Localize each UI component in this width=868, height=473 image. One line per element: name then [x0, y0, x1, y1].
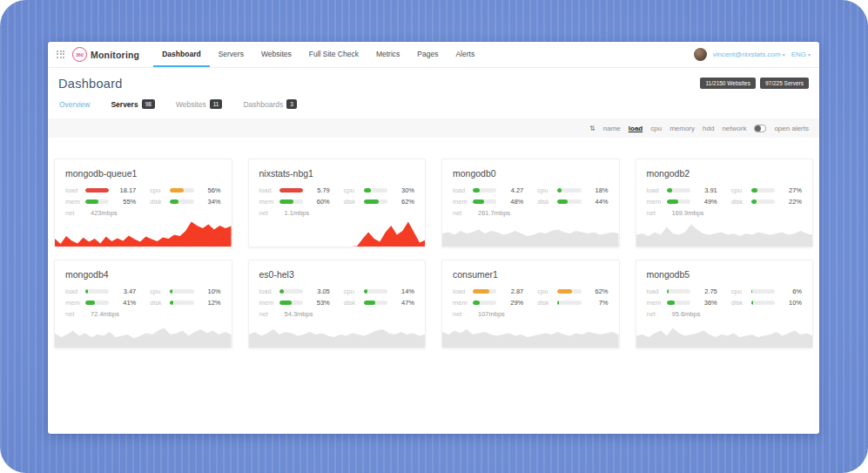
metric-value: 62% [392, 198, 414, 206]
nav-item-full-site-check[interactable]: Full Site Check [300, 42, 367, 67]
avatar[interactable] [694, 48, 707, 61]
metric-row-disk: disk 44% [537, 196, 608, 207]
metric-bar-fill [473, 301, 480, 305]
metric-label: disk [150, 198, 165, 206]
metric-row-load: load 3.91 [647, 185, 717, 196]
nav-item-metrics[interactable]: Metrics [367, 42, 408, 67]
server-name: nixstats-nbg1 [249, 159, 426, 185]
sort-option-load[interactable]: load [629, 125, 643, 132]
metric-bar-fill [364, 199, 379, 204]
servers-count-badge: 97/225 Servers [760, 78, 809, 89]
nav-right: vincent@nixstats.com ▾ ENG ▾ [694, 48, 811, 61]
metric-bar [170, 301, 193, 305]
tab-servers[interactable]: Servers 98 [111, 99, 154, 109]
metric-row-disk: disk 62% [344, 196, 414, 207]
metric-label: disk [344, 198, 360, 206]
server-card[interactable]: mongodb2 load 3.91 mem 49% net 169.9mbps… [636, 159, 814, 247]
metric-row-cpu: cpu 56% [150, 185, 220, 196]
tab-dashboards[interactable]: Dashboards 3 [243, 99, 296, 109]
sort-option-cpu[interactable]: cpu [650, 125, 662, 132]
logo-text: Monitoring [91, 50, 139, 60]
metric-bar [751, 199, 775, 204]
metric-label: disk [731, 198, 747, 206]
metric-bar [667, 289, 690, 294]
tab-websites[interactable]: Websites 11 [176, 99, 223, 109]
metric-bar [170, 188, 193, 193]
sparkline-chart [55, 321, 232, 348]
metric-label: cpu [150, 287, 165, 295]
server-card[interactable]: nixstats-nbg1 load 5.79 mem 60% net 1.1m… [248, 159, 427, 247]
metric-bar-fill [85, 289, 88, 294]
net-value: 169.9mbps [667, 209, 704, 217]
apps-grid-icon[interactable] [57, 51, 65, 59]
metric-value: 7% [586, 299, 609, 307]
net-value: 261.7mbps [473, 209, 510, 217]
metric-bar-fill [557, 301, 559, 305]
metric-label: cpu [344, 186, 360, 194]
sort-icon: ⇅ [589, 125, 595, 132]
metric-label: net [453, 209, 468, 217]
tabs: Overview Servers 98 Websites 11 Dashboar… [48, 99, 819, 109]
metric-bar [473, 289, 496, 294]
metric-label: cpu [150, 186, 165, 194]
server-card[interactable]: es0-hel3 load 3.05 mem 53% net 54.3mbps … [248, 260, 427, 348]
metric-row-load: load 18.17 [65, 185, 136, 196]
metric-bar-fill [667, 199, 678, 204]
metric-value: 18% [586, 186, 609, 194]
metric-bar [279, 289, 303, 294]
metric-bar [751, 289, 775, 294]
metric-label: disk [344, 299, 360, 307]
nav-item-servers[interactable]: Servers [210, 42, 252, 67]
metric-row-disk: disk 12% [150, 297, 220, 308]
metric-bar-fill [473, 199, 484, 204]
open-alerts-toggle-icon[interactable] [754, 125, 766, 132]
server-card[interactable]: mongodb0 load 4.27 mem 48% net 261.7mbps… [441, 159, 620, 247]
metric-row-mem: mem 29% [453, 297, 523, 308]
metric-row-disk: disk 34% [150, 196, 220, 207]
server-card[interactable]: mongodb5 load 2.75 mem 36% net 95.6mbps … [636, 260, 814, 348]
tab-count-badge: 3 [286, 99, 297, 109]
metric-row-cpu: cpu 27% [731, 185, 802, 196]
sort-option-memory[interactable]: memory [670, 125, 695, 132]
metric-row-load: load 2.87 [453, 286, 523, 297]
metric-value: 36% [695, 299, 717, 307]
tab-overview[interactable]: Overview [59, 100, 90, 109]
chevron-down-icon: ▾ [783, 51, 785, 57]
metric-value: 22% [779, 198, 802, 206]
nav-item-websites[interactable]: Websites [252, 42, 300, 67]
tab-label: Websites [176, 100, 206, 109]
server-name: mongodb0 [442, 159, 619, 185]
nav-item-dashboard[interactable]: Dashboard [153, 42, 209, 67]
server-card[interactable]: mongodb4 load 3.47 mem 41% net 72.4mbps … [54, 260, 232, 348]
user-menu[interactable]: vincent@nixstats.com ▾ [713, 51, 785, 58]
metric-value: 12% [198, 299, 221, 307]
metric-value: 4.27 [501, 186, 523, 194]
nav-item-pages[interactable]: Pages [408, 42, 447, 67]
metric-row-load: load 4.27 [453, 185, 523, 196]
metric-label: mem [647, 198, 663, 206]
server-card[interactable]: consumer1 load 2.87 mem 29% net 107mbps … [441, 260, 620, 348]
metric-row-mem: mem 55% [65, 196, 136, 207]
metric-bar-fill [85, 188, 109, 193]
language-menu[interactable]: ENG ▾ [791, 51, 811, 58]
metric-bar-fill [667, 289, 669, 294]
metric-bar-fill [751, 301, 754, 305]
metric-value: 48% [501, 198, 523, 206]
metric-row-mem: mem 48% [453, 196, 523, 207]
metric-value: 41% [113, 299, 136, 307]
metric-label: net [259, 209, 275, 217]
sort-option-hdd[interactable]: hdd [703, 125, 714, 132]
metric-label: mem [453, 299, 468, 307]
sort-option-network[interactable]: network [722, 125, 746, 132]
server-name: mongodb5 [636, 260, 813, 286]
server-card[interactable]: mongodb-queue1 load 18.17 mem 55% net 42… [54, 159, 232, 247]
sort-option-open-alerts[interactable]: open alerts [774, 125, 809, 132]
metric-bar-fill [751, 188, 757, 193]
logo[interactable]: 360 Monitoring [72, 47, 139, 62]
metric-bar [667, 301, 690, 305]
metric-value: 49% [695, 198, 717, 206]
metric-value: 5.79 [307, 186, 330, 194]
sort-option-name[interactable]: name [603, 125, 621, 132]
metric-value: 27% [779, 186, 802, 194]
nav-item-alerts[interactable]: Alerts [447, 42, 483, 67]
